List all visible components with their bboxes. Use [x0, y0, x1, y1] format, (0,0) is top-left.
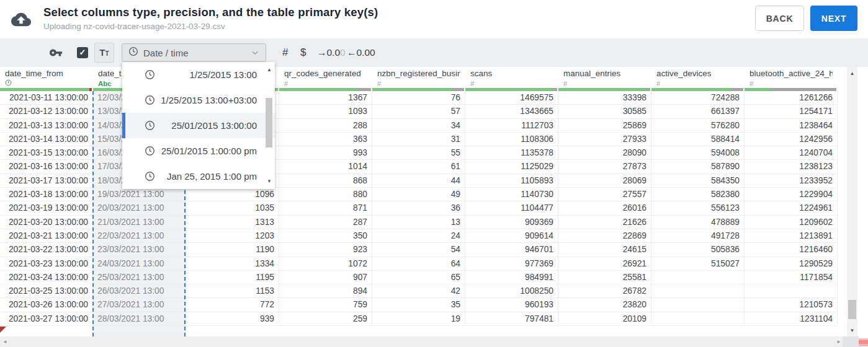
table-cell[interactable]: 1195 — [186, 271, 279, 284]
table-cell[interactable]: 1104477 — [465, 201, 558, 214]
scroll-down-arrow[interactable]: ▼ — [847, 328, 857, 333]
table-cell[interactable]: 724288 — [651, 91, 745, 104]
table-cell[interactable] — [651, 284, 745, 297]
table-cell[interactable]: 1367 — [279, 91, 372, 104]
table-cell[interactable]: 880 — [279, 188, 372, 201]
table-cell[interactable]: 1140730 — [465, 188, 558, 201]
table-cell[interactable]: 31 — [372, 133, 465, 146]
table-cell[interactable] — [651, 271, 745, 284]
table-cell[interactable]: 797481 — [465, 312, 558, 325]
table-cell[interactable]: 19 — [372, 312, 465, 325]
dropdown-scroll-up-arrow[interactable]: ▲ — [265, 67, 274, 72]
table-cell[interactable]: 24/03/2021 13:00 — [93, 257, 186, 270]
table-cell[interactable]: 1135378 — [465, 146, 558, 159]
table-cell[interactable]: 1233952 — [745, 174, 838, 187]
table-cell[interactable]: 960193 — [465, 298, 558, 311]
table-cell[interactable]: 20109 — [558, 312, 651, 325]
table-cell[interactable]: 759 — [279, 298, 372, 311]
date-format-option[interactable]: 25/01/2015 13:00:00 — [122, 113, 275, 138]
table-cell[interactable]: 1093 — [279, 105, 372, 118]
table-cell[interactable]: 26782 — [558, 284, 651, 297]
table-cell[interactable]: 36 — [372, 201, 465, 214]
dropdown-scrollbar[interactable]: ▲ ▼ — [265, 62, 274, 189]
scroll-left-arrow[interactable]: ◄ — [2, 339, 7, 345]
table-cell[interactable]: 491728 — [651, 229, 745, 242]
table-cell[interactable]: 946701 — [465, 243, 558, 256]
table-cell[interactable]: 363 — [279, 133, 372, 146]
table-cell[interactable]: 2021-03-14 13:00:00 — [0, 133, 93, 146]
horizontal-scrollbar[interactable]: ◄ ► — [0, 336, 859, 347]
table-cell[interactable]: 26016 — [558, 201, 651, 214]
table-cell[interactable]: 1242956 — [745, 133, 838, 146]
table-cell[interactable]: 2021-03-20 13:00:00 — [0, 216, 93, 229]
table-cell[interactable]: 1231104 — [745, 312, 838, 325]
table-cell[interactable]: 24615 — [558, 243, 651, 256]
table-cell[interactable]: 49 — [372, 188, 465, 201]
table-cell[interactable]: 1108306 — [465, 133, 558, 146]
table-cell[interactable]: 27557 — [558, 188, 651, 201]
column-header-active_devices[interactable]: active_devices# — [651, 67, 745, 91]
table-cell[interactable]: 25869 — [558, 119, 651, 132]
table-cell[interactable]: 2021-03-18 13:00:00 — [0, 188, 93, 201]
column-header-bluetooth_active_24_hr_[interactable]: bluetooth_active_24_hr_# — [745, 67, 838, 91]
table-cell[interactable]: 259 — [279, 312, 372, 325]
table-cell[interactable]: 65 — [372, 271, 465, 284]
table-cell[interactable]: 28069 — [558, 174, 651, 187]
table-cell[interactable]: 1240704 — [745, 146, 838, 159]
table-cell[interactable]: 23/03/2021 13:00 — [93, 243, 186, 256]
table-cell[interactable]: 1229904 — [745, 188, 838, 201]
column-type-select[interactable]: Date / time — [122, 43, 266, 62]
table-cell[interactable]: 556123 — [651, 201, 745, 214]
table-cell[interactable]: 1008250 — [465, 284, 558, 297]
table-cell[interactable]: 1190 — [186, 243, 279, 256]
table-cell[interactable]: 35 — [372, 298, 465, 311]
date-format-option[interactable]: 1/25/2015 13:00+03:00 — [122, 87, 275, 113]
table-cell[interactable]: 287 — [279, 216, 372, 229]
column-header-scans[interactable]: scans# — [465, 67, 558, 91]
table-cell[interactable]: 2021-03-17 13:00:00 — [0, 174, 93, 187]
table-cell[interactable]: 27933 — [558, 133, 651, 146]
table-cell[interactable]: 582380 — [651, 188, 745, 201]
table-cell[interactable]: 2021-03-24 13:00:00 — [0, 271, 93, 284]
table-cell[interactable]: 584350 — [651, 174, 745, 187]
table-cell[interactable]: 21626 — [558, 216, 651, 229]
table-cell[interactable]: 1313 — [186, 216, 279, 229]
table-cell[interactable]: 868 — [279, 174, 372, 187]
table-cell[interactable]: 28/03/2021 13:00 — [93, 312, 186, 325]
table-cell[interactable]: 871 — [279, 201, 372, 214]
table-cell[interactable]: 61 — [372, 160, 465, 173]
table-cell[interactable]: 977369 — [465, 257, 558, 270]
table-cell[interactable]: 1171854 — [745, 271, 838, 284]
column-header-qr_codes_generated[interactable]: qr_codes_generated# — [279, 67, 372, 91]
include-column-checkbox[interactable]: ✓ — [77, 47, 88, 58]
table-cell[interactable] — [651, 312, 745, 325]
increase-precision-button[interactable]: →0.00 — [317, 47, 346, 58]
table-cell[interactable]: 515027 — [651, 257, 745, 270]
table-cell[interactable]: 1254171 — [745, 105, 838, 118]
currency-type-button[interactable]: $ — [300, 46, 306, 59]
table-cell[interactable]: 2021-03-19 13:00:00 — [0, 201, 93, 214]
table-cell[interactable]: 907 — [279, 271, 372, 284]
horizontal-scroll-red-thumb[interactable] — [859, 338, 868, 346]
table-cell[interactable]: 42 — [372, 284, 465, 297]
table-cell[interactable]: 909614 — [465, 229, 558, 242]
table-cell[interactable]: 1213891 — [745, 229, 838, 242]
column-header-nzbn_registered_busine[interactable]: nzbn_registered_busine# — [372, 67, 465, 91]
table-cell[interactable]: 505836 — [651, 243, 745, 256]
table-cell[interactable]: 2021-03-22 13:00:00 — [0, 243, 93, 256]
table-cell[interactable]: 55 — [372, 146, 465, 159]
table-cell[interactable]: 576280 — [651, 119, 745, 132]
table-cell[interactable]: 25/03/2021 13:00 — [93, 271, 186, 284]
table-cell[interactable]: 30585 — [558, 105, 651, 118]
table-cell[interactable]: 993 — [279, 146, 372, 159]
table-cell[interactable]: 1096 — [186, 188, 279, 201]
table-cell[interactable]: 909369 — [465, 216, 558, 229]
table-cell[interactable]: 1334 — [186, 257, 279, 270]
table-cell[interactable]: 478889 — [651, 216, 745, 229]
table-cell[interactable]: 1014 — [279, 160, 372, 173]
next-button[interactable]: NEXT — [810, 6, 857, 31]
table-cell[interactable]: 1153 — [186, 284, 279, 297]
table-cell[interactable]: 22869 — [558, 229, 651, 242]
table-cell[interactable]: 76 — [372, 91, 465, 104]
table-cell[interactable]: 1469575 — [465, 91, 558, 104]
